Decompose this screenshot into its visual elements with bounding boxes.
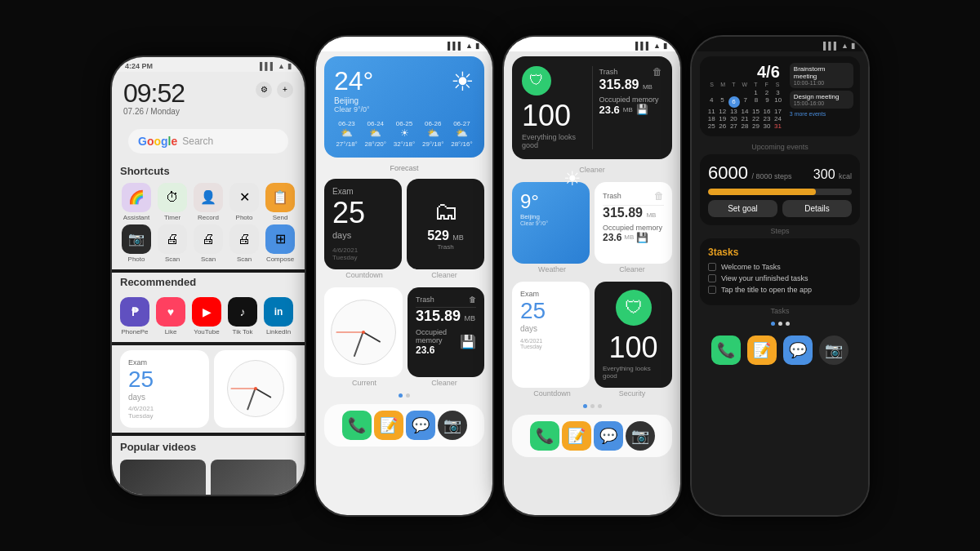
- details-button[interactable]: Details: [782, 200, 852, 217]
- task-item-2[interactable]: View your unfinished tasks: [708, 274, 852, 282]
- countdown-date: 4/6/2021Tuesday: [128, 405, 201, 420]
- steps-progress-bar-bg: [708, 189, 852, 195]
- videos-row: 5:20 Avicii Live Set at Ultra... 7:55 (D…: [120, 460, 296, 495]
- trash-label-text: Trash: [599, 68, 618, 76]
- calendar-grid-area: 4/6 S M T W T F S 123 45678910 111213: [706, 63, 783, 130]
- dock-notes-4[interactable]: 📝: [747, 335, 777, 365]
- video-2[interactable]: 7:55 (Dire Straits) Sultans...: [211, 460, 296, 495]
- clock-widget-light: [324, 287, 403, 377]
- app-like[interactable]: ♥ Like: [156, 297, 185, 335]
- shortcut-scan3[interactable]: 🖨 Scan: [228, 224, 261, 263]
- forecast-day-1: 06-23 ⛅ 27°/18°: [334, 120, 359, 148]
- cleaner-small-widget[interactable]: 🗂 529 MB Trash: [407, 179, 484, 269]
- app-linkedin[interactable]: in LinkedIn: [264, 297, 293, 335]
- shortcut-timer[interactable]: ⏱ Timer: [156, 183, 189, 221]
- cleaner2-label: Cleaner: [404, 377, 484, 390]
- forecast-temp-2: 28°/20°: [363, 140, 388, 148]
- security-dark-widget[interactable]: 🛡 100 Everything looks good: [595, 282, 672, 388]
- weather-widget-large[interactable]: 24° Beijing Clear 9°/0° ☀ 06-23 ⛅ 27°/18…: [324, 56, 484, 158]
- p2-widgets-row-1: Exam 25 days 4/6/2021Tuesday 🗂 529 MB Tr…: [316, 179, 492, 269]
- dock-messages-3[interactable]: 💬: [594, 421, 623, 451]
- shortcut-label: Photo: [236, 214, 253, 221]
- cal-h-f: F: [761, 82, 772, 87]
- calendar-event-2[interactable]: Design meeting 15:00-16:00: [790, 91, 853, 109]
- dock-camera[interactable]: 📷: [438, 411, 467, 440]
- calendar-event-1[interactable]: Brainstorm meeting 10:00-11:00: [790, 63, 853, 88]
- countdown-dark-widget[interactable]: Exam 25 days 4/6/2021Tuesday: [324, 179, 402, 269]
- task-checkbox-2[interactable]: [708, 274, 716, 282]
- video-1[interactable]: 5:20 Avicii Live Set at Ultra...: [120, 460, 206, 495]
- task-item-3[interactable]: Tap the title to open the app: [708, 286, 852, 294]
- recommended-title: Recommended: [112, 273, 305, 291]
- cal-more[interactable]: 3 more events: [790, 111, 853, 117]
- app-label: PhonePe: [122, 328, 149, 335]
- weather-forecast: 06-23 ⛅ 27°/18° 06-24 ⛅ 28°/20° 06-25 ☀ …: [334, 120, 474, 148]
- dock-camera-3[interactable]: 📷: [626, 421, 655, 451]
- tasks-widget[interactable]: 3tasks Welcome to Tasks View your unfini…: [700, 238, 860, 305]
- dock-phone-3[interactable]: 📞: [530, 421, 559, 451]
- shortcut-assistant[interactable]: 🌈 Assistant: [120, 183, 153, 221]
- task-text-3: Tap the title to open the app: [721, 286, 812, 294]
- weather-desc: Clear 9°/0°: [334, 105, 373, 113]
- security-cleaner-widget[interactable]: 🛡 100 Everything looks good Trash 🗑 315.…: [512, 56, 672, 159]
- shortcut-camera[interactable]: 📷 Photo: [120, 224, 153, 263]
- sun-icon: ☀: [451, 66, 474, 97]
- steps-widget[interactable]: 6000 / 8000 steps 300 kcal Set goal Deta…: [700, 154, 860, 225]
- forecast-date-5: 06-27: [449, 120, 474, 127]
- weather-temp-3: 9°: [520, 190, 539, 212]
- shortcut-label: Assistant: [123, 214, 149, 221]
- cleaner-mem-row: Occupied memory 23.6 💾: [416, 328, 476, 356]
- shortcut-record[interactable]: 👤 Record: [192, 183, 225, 221]
- countdown-light-widget[interactable]: Exam 25 days 4/6/2021Tuesday: [512, 282, 590, 388]
- battery-2: ▮: [475, 42, 479, 50]
- shortcut-scan1[interactable]: 🖨 Scan: [156, 224, 189, 263]
- dock-camera-4[interactable]: 📷: [819, 335, 849, 365]
- dock-3: 📞 📝 💬 📷: [512, 415, 672, 457]
- dock-notes-3[interactable]: 📝: [562, 421, 591, 451]
- dock-phone-4[interactable]: 📞: [711, 335, 741, 365]
- shortcut-photo[interactable]: ✕ Photo: [228, 183, 261, 221]
- shortcut-scan2[interactable]: 🖨 Scan: [192, 224, 225, 263]
- weather-widget-med[interactable]: 9° ☀ Beijing Clear 9°/0°: [512, 182, 590, 264]
- cal-days-week1: 45678910: [706, 96, 783, 108]
- assistant-icon: 🌈: [122, 183, 151, 212]
- cleaner-widget-med[interactable]: Trash 🗑 315.89 MB Occupied memory 23.6 M…: [595, 182, 672, 264]
- status-bar-1: 4:24 PM ▌▌▌ ▲ ▮: [112, 57, 305, 72]
- dock-messages[interactable]: 💬: [406, 411, 435, 440]
- phone-3-screen: ▌▌▌ ▲ ▮ 🛡 100 Everything looks good Tras…: [504, 37, 680, 515]
- app-youtube[interactable]: ▶ YouTube: [192, 297, 221, 335]
- security-widget: 🛡 100 Everything looks good: [522, 66, 586, 149]
- cleaner-label: Cleaner: [404, 269, 484, 282]
- cleaner-dark-lg[interactable]: Trash 🗑 315.89 MB Occupied memory 23.6 💾: [408, 287, 484, 377]
- settings-icon[interactable]: ⚙: [256, 82, 272, 98]
- task-item-1[interactable]: Welcome to Tasks: [708, 263, 852, 271]
- dock-messages-4[interactable]: 💬: [783, 335, 813, 365]
- calendar-widget[interactable]: 4/6 S M T W T F S 123 45678910 111213: [700, 56, 860, 136]
- phonepe-icon: ₱: [120, 297, 149, 327]
- search-bar[interactable]: Google Search: [128, 129, 288, 153]
- cal-date-badge: 4/6: [706, 63, 783, 82]
- task-checkbox-1[interactable]: [708, 263, 716, 271]
- calendar-events-area: Brainstorm meeting 10:00-11:00 Design me…: [790, 63, 853, 130]
- cdl-num: 25: [520, 298, 581, 324]
- countdown-widget[interactable]: Exam 25 days 4/6/2021Tuesday: [120, 350, 209, 428]
- app-label: Like: [165, 328, 177, 335]
- shortcut-send[interactable]: 📋 Send: [264, 183, 296, 221]
- clock-center-dot: [254, 387, 257, 390]
- linkedin-icon: in: [264, 297, 293, 327]
- clock-minute-2: [354, 331, 363, 357]
- forecast-day-2: 06-24 ⛅ 28°/20°: [363, 120, 388, 148]
- shortcut-compose[interactable]: ⊞ Compose: [264, 224, 296, 263]
- dock-phone[interactable]: 📞: [342, 411, 372, 440]
- app-phonepe[interactable]: ₱ PhonePe: [120, 297, 149, 335]
- dot-4-1: [771, 322, 775, 326]
- task-checkbox-3[interactable]: [708, 286, 716, 294]
- app-tiktok[interactable]: ♪ Tik Tok: [228, 297, 257, 335]
- phone-4-screen: ▌▌▌ ▲ ▮ 4/6 S M T W T F S 123: [692, 37, 868, 515]
- security-score: 100: [522, 99, 586, 133]
- dock-notes[interactable]: 📝: [374, 411, 403, 440]
- set-goal-button[interactable]: Set goal: [708, 200, 777, 217]
- forecast-icon-2: ⛅: [363, 127, 388, 139]
- event-2-time: 15:00-16:00: [794, 100, 849, 106]
- add-icon[interactable]: +: [277, 82, 293, 98]
